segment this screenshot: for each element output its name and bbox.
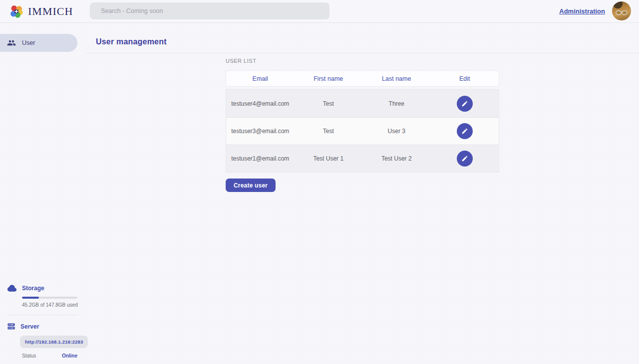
pencil-icon (461, 100, 468, 107)
edit-user-button[interactable] (457, 96, 473, 112)
edit-user-button[interactable] (457, 151, 473, 167)
administration-link[interactable]: Administration (559, 7, 605, 15)
status-label: Status (22, 353, 36, 359)
user-avatar[interactable] (612, 1, 631, 20)
status-value: Online (62, 353, 77, 359)
storage-title: Storage (22, 285, 44, 292)
user-table-body: testuser4@email.com Test Three testuser3… (226, 89, 499, 173)
column-header-last-name: Last name (362, 75, 431, 82)
create-user-button[interactable]: Create user (226, 179, 276, 192)
page-title: User management (96, 37, 167, 46)
server-title: Server (20, 323, 39, 330)
glasses-icon (615, 10, 628, 15)
brand[interactable]: IMMICH (9, 4, 73, 19)
section-label: USER LIST (226, 58, 499, 64)
user-first-name: Test User 1 (295, 155, 363, 162)
admin-sidebar: User Storage 45.2GB of 147.8GB used (0, 23, 85, 364)
sidebar-footer: Storage 45.2GB of 147.8GB used (0, 283, 85, 364)
storage-progress-fill (22, 297, 39, 299)
search-input[interactable] (90, 2, 329, 19)
sidebar-item-label: User (22, 39, 35, 46)
app-title: IMMICH (28, 5, 73, 18)
table-row: testuser4@email.com Test Three (226, 90, 499, 117)
main-content: User management USER LIST Email First na… (85, 23, 639, 364)
pencil-icon (461, 128, 468, 135)
column-header-edit: Edit (431, 75, 499, 82)
server-icon (7, 322, 15, 331)
immich-logo-icon (9, 4, 24, 19)
user-first-name: Test (295, 100, 363, 107)
table-row: testuser3@email.com Test User 3 (226, 117, 499, 145)
user-list-section: USER LIST Email First name Last name Edi… (226, 58, 499, 192)
server-url-badge: http://192.168.1.216:2283 (20, 336, 88, 348)
pencil-icon (461, 155, 468, 162)
user-email: testuser4@email.com (226, 100, 295, 107)
sidebar-item-user[interactable]: User (0, 34, 77, 52)
users-icon (7, 38, 16, 47)
user-email: testuser3@email.com (226, 128, 295, 135)
immich-admin-page: IMMICH Administration User (0, 0, 639, 364)
user-last-name: Test User 2 (362, 155, 431, 162)
column-header-first-name: First name (295, 75, 363, 82)
server-status-row: Status Online (22, 353, 77, 359)
storage-progress-bar (22, 297, 77, 299)
server-section: Server http://192.168.1.216:2283 Status … (0, 322, 85, 364)
storage-usage-text: 45.2GB of 147.8GB used (22, 302, 85, 308)
column-header-email: Email (226, 75, 295, 82)
top-navbar: IMMICH Administration (0, 0, 639, 23)
user-email: testuser1@email.com (226, 155, 295, 162)
cloud-icon (7, 283, 17, 293)
user-last-name: User 3 (362, 128, 431, 135)
footer-divider (7, 315, 78, 315)
title-divider (86, 53, 639, 53)
user-first-name: Test (295, 128, 363, 135)
storage-section: Storage 45.2GB of 147.8GB used (0, 283, 85, 308)
table-row: testuser1@email.com Test User 1 Test Use… (226, 145, 499, 172)
user-last-name: Three (362, 100, 431, 107)
edit-user-button[interactable] (457, 123, 473, 139)
user-table-header: Email First name Last name Edit (226, 70, 499, 87)
